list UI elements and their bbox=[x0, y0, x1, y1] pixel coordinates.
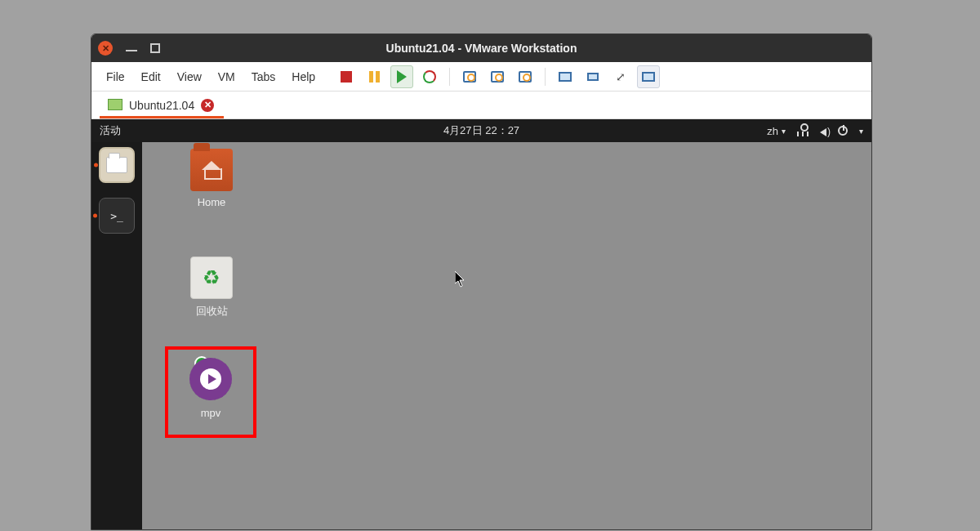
screen-icon bbox=[642, 72, 655, 82]
window-minimize-button[interactable] bbox=[126, 50, 137, 51]
clock[interactable]: 4月27日 22：27 bbox=[91, 123, 871, 138]
window-close-button[interactable]: ✕ bbox=[98, 41, 113, 56]
refresh-icon bbox=[423, 70, 436, 83]
running-indicator bbox=[93, 214, 97, 218]
titlebar[interactable]: ✕ Ubuntu21.04 - VMware Workstation bbox=[91, 34, 871, 62]
gnome-topbar: 活动 4月27日 22：27 zh ▾ ▾ bbox=[91, 119, 871, 142]
menubar: File Edit View VM Tabs Help ⤢ bbox=[91, 62, 871, 91]
power-on-button[interactable] bbox=[390, 65, 413, 88]
snapshot-button[interactable] bbox=[458, 65, 481, 88]
revert-snapshot-button[interactable] bbox=[486, 65, 509, 88]
separator bbox=[449, 68, 450, 86]
vmware-window: ✕ Ubuntu21.04 - VMware Workstation File … bbox=[91, 33, 872, 530]
cycle-multiple-monitors-button[interactable] bbox=[637, 65, 660, 88]
desktop-icon-trash[interactable]: ♻ 回收站 bbox=[175, 257, 248, 319]
home-folder-icon bbox=[190, 149, 233, 191]
snapshot-icon bbox=[463, 71, 476, 83]
guest-desktop[interactable]: 活动 4月27日 22：27 zh ▾ ▾ >_ Ho bbox=[91, 119, 871, 529]
window-maximize-button[interactable] bbox=[150, 43, 160, 53]
desktop-icon-home[interactable]: Home bbox=[175, 149, 248, 208]
running-indicator bbox=[94, 163, 98, 167]
vm-tabbar: Ubuntu21.04 ✕ bbox=[91, 91, 871, 119]
menu-help[interactable]: Help bbox=[285, 67, 322, 87]
window-title: Ubuntu21.04 - VMware Workstation bbox=[91, 42, 871, 55]
desktop-icon-label: 回收站 bbox=[175, 304, 248, 319]
menu-file[interactable]: File bbox=[100, 67, 131, 87]
restart-button[interactable] bbox=[418, 65, 441, 88]
terminal-icon: >_ bbox=[110, 210, 123, 222]
monitor-icon bbox=[559, 72, 572, 82]
snapshot-manager-button[interactable] bbox=[514, 65, 537, 88]
dock-files[interactable] bbox=[99, 147, 135, 183]
mpv-icon bbox=[189, 358, 232, 400]
power-icon[interactable] bbox=[838, 126, 848, 136]
trash-icon: ♻ bbox=[190, 257, 233, 299]
play-icon bbox=[397, 70, 407, 83]
desktop-area[interactable]: Home ♻ 回收站 ✓ mpv bbox=[142, 142, 871, 529]
dock: >_ bbox=[91, 142, 142, 529]
console-view-button[interactable] bbox=[554, 65, 577, 88]
power-off-button[interactable] bbox=[335, 65, 358, 88]
menu-tabs[interactable]: Tabs bbox=[245, 67, 283, 87]
vm-tab-label: Ubuntu21.04 bbox=[129, 99, 194, 112]
files-icon bbox=[106, 157, 127, 173]
network-icon[interactable] bbox=[797, 125, 808, 136]
pause-icon bbox=[369, 71, 380, 83]
vm-icon bbox=[109, 100, 122, 110]
snapshot-revert-icon bbox=[491, 71, 504, 83]
chevron-down-icon: ▾ bbox=[782, 127, 786, 136]
desktop-icon-label: Home bbox=[175, 196, 248, 208]
fullscreen-button[interactable]: ⤢ bbox=[609, 65, 632, 88]
monitor-small-icon bbox=[587, 73, 599, 81]
desktop-icon-mpv-highlighted[interactable]: ✓ mpv bbox=[165, 346, 256, 438]
lang-label: zh bbox=[767, 125, 778, 137]
fullscreen-icon: ⤢ bbox=[616, 70, 626, 83]
menu-view[interactable]: View bbox=[171, 67, 208, 87]
desktop-icon-label: mpv bbox=[201, 407, 221, 419]
vm-tab[interactable]: Ubuntu21.04 ✕ bbox=[100, 94, 224, 118]
separator bbox=[545, 68, 546, 86]
activities-button[interactable]: 活动 bbox=[100, 123, 121, 138]
input-language-indicator[interactable]: zh ▾ bbox=[767, 125, 786, 137]
volume-icon[interactable] bbox=[820, 128, 826, 136]
chevron-down-icon[interactable]: ▾ bbox=[859, 127, 863, 136]
suspend-button[interactable] bbox=[363, 65, 385, 88]
menu-vm[interactable]: VM bbox=[212, 67, 242, 87]
snapshot-manager-icon bbox=[519, 71, 532, 83]
stop-icon bbox=[341, 71, 352, 83]
unity-button[interactable] bbox=[581, 65, 604, 88]
dock-terminal[interactable]: >_ bbox=[99, 198, 135, 234]
cursor-icon bbox=[455, 271, 466, 288]
menu-edit[interactable]: Edit bbox=[135, 67, 167, 87]
tab-close-button[interactable]: ✕ bbox=[201, 99, 214, 112]
toolbar: ⤢ bbox=[335, 65, 660, 88]
